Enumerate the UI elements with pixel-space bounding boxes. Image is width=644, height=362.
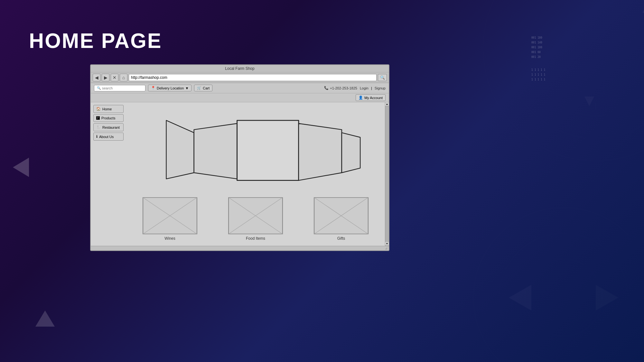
- svg-marker-9: [584, 97, 594, 106]
- gifts-image: [314, 197, 369, 234]
- delivery-label: Delivery Location: [157, 86, 184, 90]
- my-account-label: My Account: [364, 96, 383, 100]
- sidebar-about-label: About Us: [99, 135, 114, 139]
- scroll-down-button[interactable]: ▼: [385, 242, 389, 246]
- scrollbar-thumb[interactable]: [385, 106, 389, 242]
- home-button[interactable]: ⌂: [120, 74, 127, 81]
- sidebar-item-restaurant[interactable]: 🍴 Restaurant: [93, 123, 124, 131]
- phone-number: +1-202-253-1825: [330, 86, 357, 90]
- svg-point-0: [483, 0, 644, 161]
- sidebar-restaurant-label: Restaurant: [102, 125, 120, 129]
- food-label: Food Items: [246, 236, 265, 241]
- svg-point-3: [551, 3, 641, 93]
- svg-point-2: [528, 0, 644, 116]
- svg-marker-14: [596, 285, 618, 311]
- category-cards: Wines Food Items: [129, 197, 382, 243]
- signup-link[interactable]: Signup: [375, 86, 386, 90]
- category-card-gifts[interactable]: Gifts: [314, 197, 369, 241]
- browser-search-button[interactable]: 🔍: [378, 74, 387, 81]
- food-image: [228, 197, 283, 234]
- svg-point-10: [473, 208, 628, 362]
- my-account-button[interactable]: 👤 My Account: [356, 94, 386, 101]
- scrollbar[interactable]: ▲ ▼: [385, 102, 389, 246]
- svg-point-11: [499, 233, 628, 362]
- svg-marker-8: [642, 3, 644, 13]
- back-button[interactable]: ◀: [93, 74, 100, 81]
- browser-chrome: Local Farm Shop ◀ ▶ ✕ ⌂ 🔍: [91, 65, 389, 83]
- svg-point-12: [525, 259, 602, 336]
- cart-button[interactable]: 🛒 Cart: [194, 85, 212, 91]
- resize-handle[interactable]: ⊿: [385, 246, 387, 250]
- cart-label: Cart: [203, 86, 210, 90]
- svg-text:1 1 1 1 1: 1 1 1 1 1: [531, 78, 546, 81]
- phone-info: 📞 +1-202-253-1825: [324, 86, 357, 90]
- svg-text:001 100: 001 100: [531, 46, 542, 49]
- svg-marker-23: [13, 158, 29, 177]
- account-icon: 👤: [359, 96, 363, 100]
- search-input[interactable]: [102, 86, 141, 90]
- svg-marker-25: [166, 120, 194, 179]
- svg-marker-24: [35, 311, 55, 327]
- scroll-up-button[interactable]: ▲: [385, 102, 389, 106]
- svg-text:001 180: 001 180: [531, 36, 542, 39]
- svg-text:001 140: 001 140: [531, 41, 542, 44]
- sidebar-item-products[interactable]: 🅿 Products: [93, 114, 124, 122]
- svg-text:001 60: 001 60: [531, 51, 541, 54]
- main-content: Wines Food Items: [126, 102, 385, 246]
- delivery-location-button[interactable]: 📍 Delivery Location ▼: [148, 85, 191, 91]
- svg-marker-28: [299, 123, 342, 180]
- restaurant-icon: 🍴: [96, 125, 101, 129]
- header-row2: 👤 My Account: [91, 93, 389, 102]
- url-bar[interactable]: [129, 74, 377, 81]
- search-bar[interactable]: 🔍: [94, 85, 145, 91]
- browser-toolbar: ◀ ▶ ✕ ⌂ 🔍: [91, 72, 389, 83]
- category-card-wines[interactable]: Wines: [143, 197, 197, 241]
- search-icon: 🔍: [97, 86, 101, 90]
- cart-icon: 🛒: [197, 86, 201, 90]
- location-icon: 📍: [151, 86, 155, 90]
- products-icon: 🅿: [96, 116, 100, 120]
- svg-point-1: [506, 0, 644, 138]
- chevron-down-icon: ▼: [185, 86, 189, 90]
- svg-marker-13: [509, 285, 531, 311]
- gifts-label: Gifts: [337, 236, 345, 241]
- search-icon: 🔍: [380, 75, 385, 80]
- page-title: HOME PAGE: [29, 29, 162, 53]
- info-icon: ℹ: [96, 135, 98, 139]
- browser-title-bar: Local Farm Shop: [91, 65, 389, 72]
- svg-marker-29: [342, 133, 360, 172]
- login-link[interactable]: Login: [360, 86, 369, 90]
- phone-icon: 📞: [324, 86, 329, 90]
- svg-text:001 20: 001 20: [531, 56, 541, 59]
- close-button[interactable]: ✕: [111, 74, 118, 81]
- sidebar-products-label: Products: [101, 116, 115, 120]
- website-header-row1: 🔍 📍 Delivery Location ▼ 🛒 Cart 📞 +1-202-…: [91, 83, 389, 93]
- home-icon: 🏠: [96, 107, 101, 111]
- carousel-svg: [129, 114, 382, 185]
- wines-label: Wines: [164, 236, 175, 241]
- browser-window: Local Farm Shop ◀ ▶ ✕ ⌂ 🔍 🔍 📍 Delivery: [90, 64, 389, 251]
- website-content: 🔍 📍 Delivery Location ▼ 🛒 Cart 📞 +1-202-…: [91, 83, 389, 250]
- svg-marker-26: [194, 123, 237, 179]
- sidebar-item-home[interactable]: 🏠 Home: [93, 105, 124, 113]
- wines-image: [143, 197, 197, 234]
- separator: |: [371, 86, 372, 90]
- svg-rect-27: [237, 120, 299, 181]
- category-card-food[interactable]: Food Items: [228, 197, 283, 241]
- sidebar-nav: 🏠 Home 🅿 Products 🍴 Restaurant ℹ About U…: [91, 102, 126, 246]
- forward-button[interactable]: ▶: [102, 74, 109, 81]
- carousel-area: [129, 105, 382, 194]
- sidebar-home-label: Home: [102, 107, 112, 111]
- sidebar-item-about[interactable]: ℹ About Us: [93, 133, 124, 141]
- svg-text:1 1 1 1 1: 1 1 1 1 1: [531, 69, 546, 71]
- svg-text:1 1 1 1 1: 1 1 1 1 1: [531, 73, 546, 76]
